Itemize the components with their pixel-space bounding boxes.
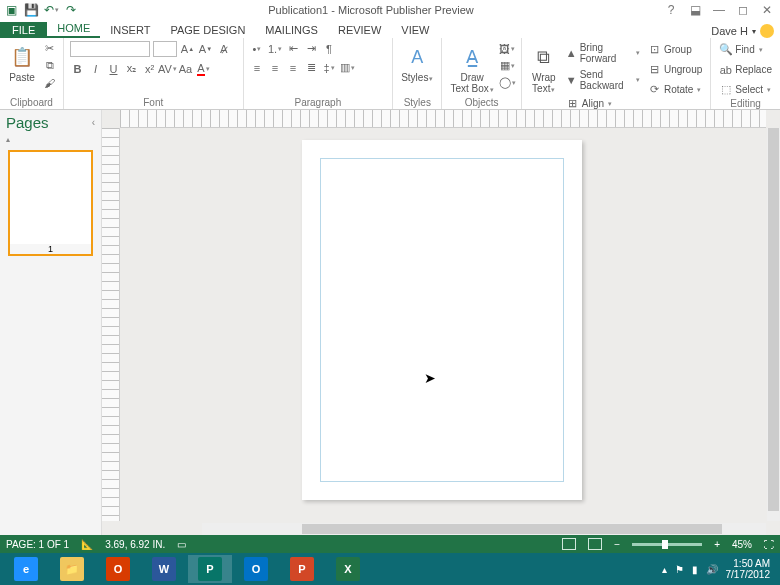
select-button[interactable]: ⬚Select: [717, 81, 774, 98]
collapse-panel-icon[interactable]: ‹: [92, 117, 95, 128]
align-left-icon[interactable]: ≡: [250, 60, 265, 75]
vertical-scrollbar[interactable]: [767, 128, 780, 521]
text-box-icon: A̲: [458, 43, 486, 71]
justify-icon[interactable]: ≣: [304, 60, 319, 75]
rotate-button[interactable]: ⟳Rotate: [646, 81, 704, 98]
tab-page-design[interactable]: PAGE DESIGN: [160, 22, 255, 38]
tray-network-icon[interactable]: ▮: [692, 564, 698, 575]
bold-icon[interactable]: B: [70, 61, 85, 76]
find-icon: 🔍: [719, 42, 732, 57]
canvas-area[interactable]: ➤: [102, 110, 780, 535]
taskbar-word[interactable]: W: [142, 555, 186, 583]
font-color-icon[interactable]: A: [196, 61, 211, 76]
line-spacing-icon[interactable]: ‡: [322, 60, 337, 75]
system-tray[interactable]: ▴ ⚑ ▮ 🔊 1:50 AM 7/17/2012: [662, 558, 777, 580]
status-page[interactable]: PAGE: 1 OF 1: [6, 539, 69, 550]
tray-flag-icon[interactable]: ⚑: [675, 564, 684, 575]
redo-icon[interactable]: ↷: [64, 3, 78, 17]
group-paragraph: • 1. ⇤ ⇥ ¶ ≡ ≡ ≡ ≣ ‡ ▥ Paragraph: [244, 38, 394, 109]
maximize-icon[interactable]: ◻: [736, 3, 750, 17]
bring-forward-button[interactable]: ▲Bring Forward: [564, 41, 642, 65]
numbering-icon[interactable]: 1.: [268, 41, 283, 56]
tab-insert[interactable]: INSERT: [100, 22, 160, 38]
picture-icon[interactable]: 🖼: [500, 41, 515, 56]
paragraph-mark-icon[interactable]: ¶: [322, 41, 337, 56]
align-right-icon[interactable]: ≡: [286, 60, 301, 75]
format-painter-icon[interactable]: 🖌: [42, 75, 57, 90]
thumbnail-page-number: 1: [10, 244, 91, 254]
increase-indent-icon[interactable]: ⇥: [304, 41, 319, 56]
close-icon[interactable]: ✕: [760, 3, 774, 17]
columns-icon[interactable]: ▥: [340, 60, 355, 75]
replace-button[interactable]: abReplace: [717, 61, 774, 78]
tray-volume-icon[interactable]: 🔊: [706, 564, 718, 575]
single-page-view-button[interactable]: [562, 538, 576, 550]
tab-mailings[interactable]: MAILINGS: [255, 22, 328, 38]
page-thumbnail-1[interactable]: 1: [8, 150, 93, 256]
ribbon-display-icon[interactable]: ⬓: [688, 3, 702, 17]
styles-icon: A: [403, 43, 431, 71]
zoom-in-button[interactable]: +: [714, 539, 720, 550]
underline-icon[interactable]: U: [106, 61, 121, 76]
signed-in-user[interactable]: Dave H ▾: [711, 24, 780, 38]
draw-text-box-button[interactable]: A̲ Draw Text Box: [448, 41, 495, 97]
font-family-combo[interactable]: [70, 41, 150, 57]
tray-chevron-icon[interactable]: ▴: [662, 564, 667, 575]
tray-clock[interactable]: 1:50 AM 7/17/2012: [726, 558, 771, 580]
group-button[interactable]: ⊡Group: [646, 41, 704, 58]
smiley-icon: [760, 24, 774, 38]
taskbar-ie[interactable]: e: [4, 555, 48, 583]
taskbar-powerpoint[interactable]: P: [280, 555, 324, 583]
ribbon-tabs: FILE HOME INSERT PAGE DESIGN MAILINGS RE…: [0, 20, 780, 38]
shapes-icon[interactable]: ◯: [500, 75, 515, 90]
zoom-level[interactable]: 45%: [732, 539, 752, 550]
text-effects-icon[interactable]: Aa: [178, 61, 193, 76]
horizontal-ruler[interactable]: [120, 110, 766, 128]
align-center-icon[interactable]: ≡: [268, 60, 283, 75]
undo-icon[interactable]: ↶: [44, 3, 58, 17]
table-icon[interactable]: ▦: [500, 58, 515, 73]
taskbar-publisher[interactable]: P: [188, 555, 232, 583]
horizontal-scrollbar[interactable]: [202, 523, 766, 535]
zoom-out-button[interactable]: −: [614, 539, 620, 550]
tab-view[interactable]: VIEW: [391, 22, 439, 38]
help-icon[interactable]: ?: [664, 3, 678, 17]
find-button[interactable]: 🔍Find: [717, 41, 774, 58]
save-icon[interactable]: 💾: [24, 3, 38, 17]
group-editing: 🔍Find abReplace ⬚Select Editing: [711, 38, 780, 109]
taskbar-excel[interactable]: X: [326, 555, 370, 583]
align-icon: ⊞: [566, 96, 579, 111]
char-spacing-icon[interactable]: AV: [160, 61, 175, 76]
subscript-icon[interactable]: x₂: [124, 61, 139, 76]
minimize-icon[interactable]: —: [712, 3, 726, 17]
vertical-ruler[interactable]: [102, 128, 120, 521]
document-page[interactable]: [302, 140, 582, 500]
shrink-font-icon[interactable]: A▼: [198, 42, 213, 57]
bullets-icon[interactable]: •: [250, 41, 265, 56]
decrease-indent-icon[interactable]: ⇤: [286, 41, 301, 56]
copy-icon[interactable]: ⧉: [42, 58, 57, 73]
fit-page-icon[interactable]: ⛶: [764, 539, 774, 550]
send-backward-button[interactable]: ▼Send Backward: [564, 68, 642, 92]
font-size-combo[interactable]: [153, 41, 177, 57]
clear-formatting-icon[interactable]: A̷: [216, 42, 231, 57]
tab-file[interactable]: FILE: [0, 22, 47, 38]
two-page-view-button[interactable]: [588, 538, 602, 550]
wrap-text-button[interactable]: ⧉ Wrap Text: [528, 41, 560, 97]
cut-icon[interactable]: ✂: [42, 41, 57, 56]
taskbar-outlook[interactable]: O: [234, 555, 278, 583]
group-styles: A Styles Styles: [393, 38, 442, 109]
ungroup-button[interactable]: ⊟Ungroup: [646, 61, 704, 78]
zoom-slider[interactable]: [632, 543, 702, 546]
styles-button[interactable]: A Styles: [399, 41, 435, 86]
superscript-icon[interactable]: x²: [142, 61, 157, 76]
tab-review[interactable]: REVIEW: [328, 22, 391, 38]
tab-home[interactable]: HOME: [47, 20, 100, 38]
taskbar-explorer[interactable]: 📁: [50, 555, 94, 583]
paste-button[interactable]: 📋 Paste: [6, 41, 38, 85]
italic-icon[interactable]: I: [88, 61, 103, 76]
group-label-font: Font: [70, 97, 237, 109]
grow-font-icon[interactable]: A▲: [180, 42, 195, 57]
taskbar-office[interactable]: O: [96, 555, 140, 583]
group-icon: ⊡: [648, 42, 661, 57]
